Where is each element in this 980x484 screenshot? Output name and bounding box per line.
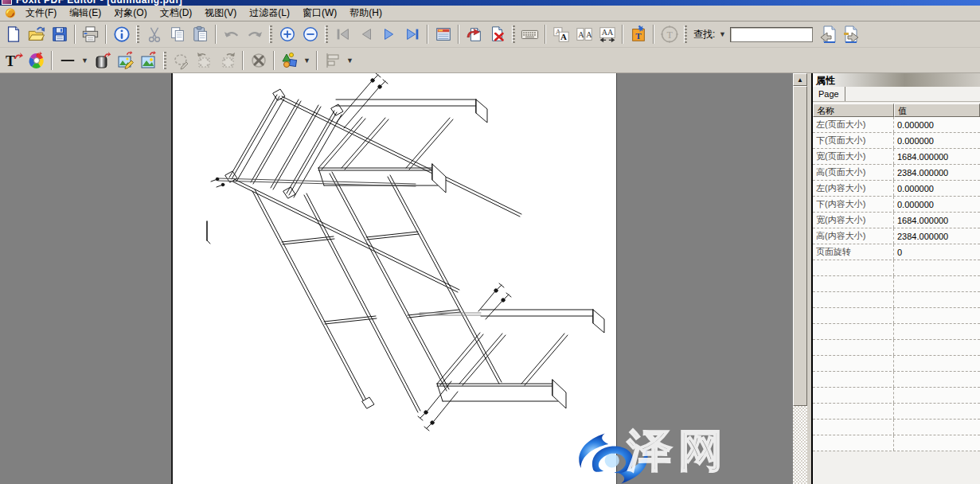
keyboard-button[interactable]	[518, 24, 541, 45]
scroll-up-button[interactable]: ▲	[793, 73, 807, 86]
text-circle-icon: T	[660, 25, 679, 44]
open-button[interactable]	[25, 24, 48, 45]
new-button[interactable]	[2, 24, 25, 45]
document-info-button[interactable]	[110, 24, 133, 45]
previous-page-button[interactable]	[354, 24, 377, 45]
insert-page-button[interactable]	[463, 24, 486, 45]
edit-image-button[interactable]	[114, 49, 137, 71]
delete-page-button[interactable]	[486, 24, 509, 45]
svg-text:T: T	[6, 53, 15, 69]
align-icon	[323, 51, 342, 70]
menu-document[interactable]: 文档(D)	[154, 5, 199, 21]
scrollbar-thumb[interactable]	[793, 86, 807, 406]
find-next-button[interactable]	[839, 24, 862, 45]
lasso-edit-button[interactable]	[170, 49, 193, 71]
arrow-up-icon: ▲	[797, 76, 803, 84]
paste-button[interactable]	[189, 24, 212, 45]
vertical-scrollbar[interactable]: ▲	[793, 73, 807, 484]
paste-icon	[192, 25, 209, 43]
line-style-caret[interactable]: ▼	[79, 49, 91, 71]
svg-text:T: T	[666, 29, 673, 41]
column-header-name[interactable]: 名称	[813, 103, 894, 117]
letter-spacing-button[interactable]: AA	[572, 24, 595, 45]
copy-button[interactable]	[166, 24, 189, 45]
table-row[interactable]	[813, 324, 980, 340]
table-row[interactable]: 宽(内容大小)1684.000000	[813, 213, 980, 228]
menu-file[interactable]: 文件(F)	[19, 5, 63, 21]
find-prev-button[interactable]	[816, 24, 839, 45]
undo-button[interactable]	[220, 24, 243, 45]
column-header-value[interactable]: 值	[894, 103, 980, 117]
insert-text-tool-button[interactable]: T	[2, 49, 25, 71]
align-button[interactable]	[321, 49, 344, 71]
align-caret[interactable]: ▼	[344, 49, 356, 71]
find-dropdown-caret[interactable]: ▼	[717, 30, 727, 38]
character-width-button[interactable]: AA	[595, 24, 619, 45]
shapes-button[interactable]	[278, 49, 301, 71]
redo-button[interactable]	[243, 24, 266, 45]
page-setup-button[interactable]	[431, 24, 455, 45]
insert-image-button[interactable]	[137, 49, 160, 71]
delete-page-icon	[489, 25, 506, 43]
table-row[interactable]	[813, 388, 980, 404]
table-row[interactable]: 下(内容大小)0.000000	[813, 197, 980, 213]
save-button[interactable]	[48, 24, 71, 45]
prop-value: 1684.000000	[894, 216, 980, 225]
menu-object[interactable]: 对象(O)	[107, 5, 153, 21]
first-page-button[interactable]	[331, 24, 354, 45]
document-menu-icon[interactable]	[4, 7, 17, 19]
prop-name	[813, 276, 894, 291]
cut-button[interactable]	[143, 24, 166, 45]
character-width-icon: AA	[598, 25, 617, 43]
table-row[interactable]: 高(内容大小)2384.000000	[813, 228, 980, 244]
prop-name	[813, 372, 894, 387]
menu-filter[interactable]: 过滤器(L)	[243, 5, 296, 21]
pdf-page[interactable]	[171, 73, 617, 484]
rotate-right-button[interactable]	[216, 49, 239, 71]
rotate-left-button[interactable]	[193, 49, 216, 71]
table-row[interactable]	[813, 276, 980, 292]
menu-view[interactable]: 视图(V)	[198, 5, 243, 21]
menu-help[interactable]: 帮助(H)	[343, 5, 388, 21]
menu-window[interactable]: 窗口(W)	[296, 5, 343, 21]
prop-name: 高(页面大小)	[813, 165, 894, 180]
line-style-button[interactable]	[56, 49, 79, 71]
table-row[interactable]	[813, 308, 980, 324]
find-input[interactable]	[730, 27, 813, 42]
table-row[interactable]	[813, 292, 980, 308]
title-bar: Foxit PDF Editor - [dunhuang.pdf]	[0, 0, 980, 6]
line-style-icon	[59, 52, 76, 69]
table-row[interactable]	[813, 340, 980, 356]
fill-gradient-button[interactable]	[91, 49, 114, 71]
table-row[interactable]: 页面旋转0	[813, 244, 980, 260]
insert-text-icon: T	[4, 51, 23, 70]
shapes-caret[interactable]: ▼	[301, 49, 313, 71]
font-button[interactable]: AA	[549, 24, 572, 45]
add-text-button[interactable]: T	[627, 24, 650, 45]
delete-selection-button[interactable]	[247, 49, 270, 71]
prop-name	[813, 388, 894, 403]
print-button[interactable]	[79, 24, 102, 45]
menu-edit[interactable]: 编辑(E)	[63, 5, 107, 21]
table-row[interactable]	[813, 356, 980, 372]
zoom-out-button[interactable]	[299, 24, 322, 45]
tab-page[interactable]: Page	[813, 87, 845, 101]
table-row[interactable]	[813, 404, 980, 420]
table-row[interactable]	[813, 435, 980, 451]
table-row[interactable]	[813, 372, 980, 388]
last-page-button[interactable]	[400, 24, 424, 45]
zoom-in-button[interactable]	[275, 24, 299, 45]
undo-icon	[222, 25, 241, 43]
table-row[interactable]: 宽(页面大小)1684.000000	[813, 149, 980, 165]
next-page-button[interactable]	[377, 24, 400, 45]
table-row[interactable]	[813, 420, 980, 435]
chevron-down-icon: ▼	[80, 57, 90, 64]
text-circle-button[interactable]: T	[658, 24, 681, 45]
table-row[interactable]: 下(页面大小)0.000000	[813, 133, 980, 149]
table-row[interactable]: 左(内容大小)0.000000	[813, 181, 980, 197]
table-row[interactable]	[813, 260, 980, 276]
table-row[interactable]: 左(页面大小)0.000000	[813, 117, 980, 133]
color-wheel-button[interactable]	[25, 49, 48, 71]
table-row[interactable]: 高(页面大小)2384.000000	[813, 165, 980, 181]
save-icon	[51, 25, 68, 43]
